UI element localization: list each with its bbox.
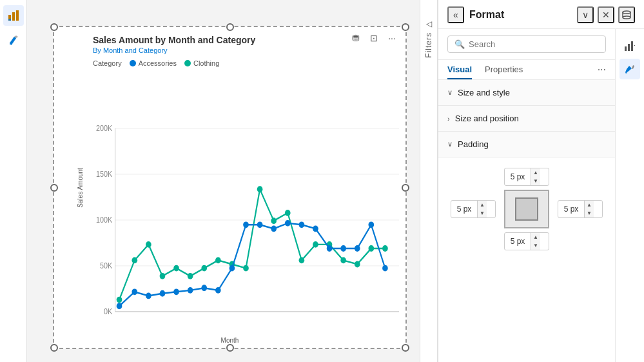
padding-right-spinners: ▲ ▼ [584,201,594,217]
svg-rect-3 [8,19,11,21]
svg-point-22 [132,257,137,263]
size-and-position-section: › Size and position [438,106,615,132]
svg-point-40 [382,245,388,252]
svg-point-62 [623,16,630,19]
search-icon: 🔍 [454,39,465,49]
padding-top-up[interactable]: ▲ [531,168,540,177]
svg-point-30 [243,265,249,272]
svg-point-59 [369,221,375,228]
format-panel-inner: 🔍 Visual Properties ··· ∨ Size and style [438,29,644,362]
svg-rect-66 [628,44,630,51]
left-sidebar [0,0,27,362]
chart-container[interactable]: ⛃ ⊡ ··· Sales Amount by Month and Catego… [53,26,407,349]
chart-title: Sales Amount by Month and Category [93,35,395,45]
svg-point-54 [299,221,305,228]
padding-section: ∨ Padding ▲ ▼ [438,132,615,261]
svg-rect-1 [12,12,15,21]
tab-more-icon[interactable]: ··· [598,64,606,79]
legend-clothing: Clothing [184,59,219,67]
svg-text:100K: 100K [96,216,112,224]
back-button[interactable]: « [447,6,464,23]
svg-rect-68 [634,45,635,46]
analytics-icon-btn[interactable] [620,35,640,56]
x-axis-label: Month [221,337,239,344]
padding-bottom-spinners: ▲ ▼ [531,233,540,250]
svg-point-61 [623,11,630,14]
svg-text:0K: 0K [104,307,112,316]
filters-sidebar[interactable]: ◁ Filters [420,0,438,362]
padding-top-group[interactable]: ▲ ▼ [504,168,549,186]
padding-bottom-input[interactable] [505,237,531,246]
cylinder-button[interactable] [618,6,635,23]
padding-left-up[interactable]: ▲ [478,201,487,209]
visualizations-icon-btn[interactable] [3,5,24,26]
svg-point-53 [285,220,291,226]
padding-controls: ▲ ▼ ▲ ▼ [438,157,615,261]
tab-visual[interactable]: Visual [447,65,472,79]
tab-properties[interactable]: Properties [485,65,523,79]
svg-point-46 [188,287,193,294]
svg-point-48 [215,287,221,294]
format-brush-icon-btn[interactable] [3,30,24,50]
svg-point-34 [299,257,305,263]
svg-point-56 [327,245,333,252]
svg-point-28 [215,257,221,263]
size-and-style-header[interactable]: ∨ Size and style [438,80,615,106]
padding-left-input[interactable] [451,205,477,214]
close-icon: ✕ [602,10,610,20]
right-icon-strip [615,29,644,362]
svg-point-21 [117,297,122,303]
padding-top-input[interactable] [505,172,531,181]
size-and-position-label: Size and position [455,114,519,123]
padding-bottom-up[interactable]: ▲ [531,233,540,241]
svg-point-32 [271,217,277,224]
format-header-icons: ∨ ✕ [577,6,635,23]
accessories-label: Accessories [139,59,177,67]
svg-point-41 [117,303,122,309]
svg-point-37 [340,257,346,263]
padding-bottom-down[interactable]: ▼ [531,241,540,250]
svg-point-44 [160,290,166,297]
size-and-position-header[interactable]: › Size and position [438,106,615,132]
svg-point-51 [257,221,263,228]
padding-right-group[interactable]: ▲ ▼ [558,200,603,218]
svg-rect-2 [16,10,19,21]
padding-bottom-group[interactable]: ▲ ▼ [504,232,549,250]
main-canvas: ⛃ ⊡ ··· Sales Amount by Month and Catego… [27,0,420,362]
svg-point-58 [355,245,360,252]
format-panel: « Format ∨ ✕ [438,0,644,362]
bar-chart-icon [8,10,19,21]
format-title: Format [469,9,504,21]
chart-legend: Category Accessories Clothing [93,59,395,67]
format-visual-icon-btn[interactable] [620,59,640,79]
collapse-button[interactable]: ∨ [577,6,594,23]
svg-point-47 [201,285,207,291]
padding-left-down[interactable]: ▼ [478,209,487,217]
padding-right-input[interactable] [558,205,584,214]
svg-point-27 [201,265,207,272]
accessories-dot [130,60,136,66]
svg-point-24 [160,273,166,279]
filters-arrow-icon[interactable]: ◁ [426,19,432,28]
padding-left-group[interactable]: ▲ ▼ [451,200,496,218]
clothing-label: Clothing [193,59,219,67]
close-button[interactable]: ✕ [598,6,614,23]
padding-header[interactable]: ∨ Padding [438,132,615,157]
size-and-style-section: ∨ Size and style [438,80,615,106]
padding-right-up[interactable]: ▲ [585,201,594,209]
svg-point-25 [173,265,179,272]
format-main: 🔍 Visual Properties ··· ∨ Size and style [438,29,615,362]
padding-center-visual [504,190,549,228]
padding-right-down[interactable]: ▼ [585,209,594,217]
padding-left-spinners: ▲ ▼ [477,201,487,217]
size-and-style-label: Size and style [458,88,510,97]
padding-top-down[interactable]: ▼ [531,177,540,185]
filters-label[interactable]: Filters [424,32,433,58]
format-icon [624,63,636,75]
legend-category-label: Category [93,59,122,67]
search-input-wrapper[interactable]: 🔍 [447,35,606,53]
svg-text:150K: 150K [96,170,112,178]
svg-point-60 [382,265,388,272]
search-input[interactable] [469,39,599,49]
analytics-icon [624,40,636,52]
